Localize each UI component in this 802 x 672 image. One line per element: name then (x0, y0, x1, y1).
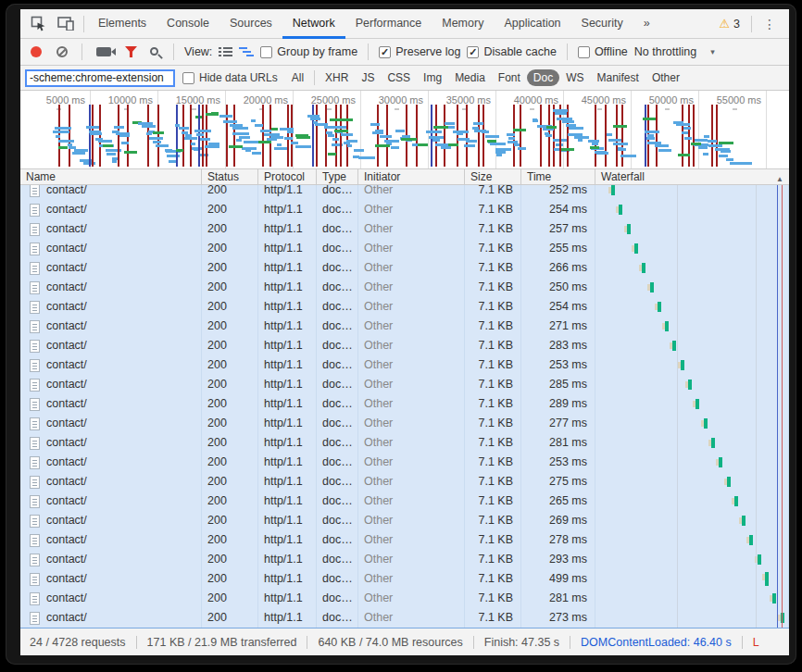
overview-request-bar (196, 133, 204, 136)
table-row[interactable]: contact/200http/1.1doc…Other7.1 KB271 ms (20, 317, 789, 336)
warning-icon[interactable]: ⚠ (719, 17, 730, 31)
table-row[interactable]: contact/200http/1.1doc…Other7.1 KB283 ms (20, 336, 789, 355)
preserve-log-box[interactable]: ✓ (379, 46, 391, 58)
clear-icon[interactable] (56, 46, 68, 57)
table-row[interactable]: contact/200http/1.1doc…Other7.1 KB281 ms (20, 433, 789, 453)
column-header-name[interactable]: Name (20, 169, 202, 184)
document-icon (30, 417, 40, 430)
column-header-status[interactable]: Status (202, 169, 258, 184)
preserve-log-checkbox[interactable]: ✓ Preserve log (379, 45, 460, 58)
column-header-protocol[interactable]: Protocol (258, 169, 317, 184)
table-row[interactable]: contact/200http/1.1doc…Other7.1 KB255 ms (20, 239, 789, 258)
table-row[interactable]: contact/200http/1.1doc…Other7.1 KB293 ms (20, 550, 789, 569)
tab-application[interactable]: Application (494, 9, 570, 39)
document-icon (30, 456, 40, 469)
tab-console[interactable]: Console (157, 9, 219, 39)
filter-input[interactable] (25, 69, 175, 87)
tab-memory[interactable]: Memory (432, 9, 494, 39)
table-row[interactable]: contact/200http/1.1doc…Other7.1 KB254 ms (20, 297, 789, 317)
type-cell: doc… (317, 453, 358, 472)
table-row[interactable]: contact/200http/1.1doc…Other7.1 KB250 ms (20, 278, 789, 297)
table-row[interactable]: contact/200http/1.1doc…Other7.1 KB257 ms (20, 219, 789, 239)
overview-event-line (520, 105, 521, 167)
tab-performance[interactable]: Performance (345, 9, 432, 39)
filter-ws[interactable]: WS (559, 69, 590, 86)
protocol-cell: http/1.1 (258, 278, 317, 297)
waterfall-bar (611, 185, 615, 195)
table-row[interactable]: contact/200http/1.1doc…Other7.1 KB265 ms (20, 492, 789, 511)
device-toolbar-icon[interactable] (56, 14, 76, 34)
table-row[interactable]: contact/200http/1.1doc…Other7.1 KB253 ms (20, 453, 789, 472)
initiator-cell: Other (358, 550, 465, 569)
table-row[interactable]: contact/200http/1.1doc…Other7.1 KB278 ms (20, 530, 789, 550)
table-row[interactable]: contact/200http/1.1doc…Other7.1 KB499 ms (20, 569, 789, 589)
filter-img[interactable]: Img (417, 69, 448, 86)
show-overview-icon[interactable] (239, 46, 254, 57)
table-row[interactable]: contact/200http/1.1doc…Other7.1 KB254 ms (20, 200, 789, 219)
time-cell: 277 ms (521, 414, 595, 433)
tab-network[interactable]: Network (282, 9, 345, 39)
overview-request-bar (236, 139, 242, 142)
initiator-cell: Other (358, 472, 465, 492)
overview-tick-label: 55000 ms (692, 94, 761, 106)
disable-cache-checkbox[interactable]: ✓ Disable cache (467, 45, 557, 58)
table-row[interactable]: contact/200http/1.1doc…Other7.1 KB277 ms (20, 414, 789, 433)
column-header-size[interactable]: Size (465, 169, 521, 184)
search-icon[interactable] (150, 47, 158, 56)
table-row[interactable]: contact/200http/1.1doc…Other7.1 KB281 ms (20, 589, 789, 608)
hide-data-urls-box[interactable] (182, 72, 194, 84)
time-cell: 499 ms (521, 569, 595, 589)
screenshot-camera-icon[interactable] (96, 47, 111, 56)
overview-request-bar (211, 112, 219, 115)
type-cell: doc… (317, 297, 358, 317)
table-row[interactable]: contact/200http/1.1doc…Other7.1 KB269 ms (20, 511, 789, 530)
large-rows-icon[interactable] (219, 46, 232, 57)
kebab-menu-icon[interactable]: ⋮ (756, 17, 783, 31)
table-row[interactable]: contact/200http/1.1doc…Other7.1 KB275 ms (20, 472, 789, 492)
filter-all[interactable]: All (285, 69, 310, 86)
size-cell: 7.1 KB (465, 472, 521, 492)
filter-manifest[interactable]: Manifest (591, 69, 645, 86)
filter-media[interactable]: Media (448, 69, 492, 86)
tab-sources[interactable]: Sources (219, 9, 282, 39)
table-row[interactable]: contact/200http/1.1doc…Other7.1 KB273 ms (20, 608, 789, 628)
offline-box[interactable] (578, 46, 590, 58)
column-header-waterfall[interactable]: Waterfall▲ (595, 169, 789, 184)
group-by-frame-box[interactable] (260, 46, 272, 58)
waterfall-cell (595, 492, 789, 511)
column-header-initiator[interactable]: Initiator (358, 169, 465, 184)
tab-elements[interactable]: Elements (88, 9, 157, 39)
table-row[interactable]: contact/200http/1.1doc…Other7.1 KB285 ms (20, 375, 789, 394)
filter-js[interactable]: JS (355, 69, 381, 86)
table-row[interactable]: contact/200http/1.1doc…Other7.1 KB289 ms (20, 394, 789, 414)
protocol-cell: http/1.1 (258, 453, 317, 472)
timeline-overview[interactable]: 5000 ms10000 ms15000 ms20000 ms25000 ms3… (20, 91, 789, 169)
warning-count[interactable]: 3 (733, 18, 740, 31)
inspect-element-icon[interactable] (28, 14, 48, 34)
hide-data-urls-checkbox[interactable]: Hide data URLs (182, 71, 278, 84)
group-by-frame-checkbox[interactable]: Group by frame (260, 45, 357, 58)
tab-security[interactable]: Security (571, 9, 633, 39)
record-button[interactable] (31, 46, 42, 57)
time-cell: 293 ms (521, 550, 595, 569)
document-icon (30, 359, 40, 372)
status-cell: 200 (202, 355, 258, 375)
offline-checkbox[interactable]: Offline (578, 45, 628, 58)
disable-cache-box[interactable]: ✓ (467, 46, 479, 58)
table-row[interactable]: contact/200http/1.1doc…Other7.1 KB253 ms (20, 355, 789, 375)
column-header-time[interactable]: Time (521, 169, 595, 184)
filter-other[interactable]: Other (645, 69, 686, 86)
throttling-dropdown[interactable]: No throttling ▾ (634, 45, 715, 58)
overview-request-bar (562, 120, 574, 123)
filter-css[interactable]: CSS (381, 69, 417, 86)
overview-event-line (416, 105, 418, 167)
column-header-type[interactable]: Type (317, 169, 358, 184)
filter-xhr[interactable]: XHR (319, 69, 355, 86)
filter-doc[interactable]: Doc (527, 69, 559, 86)
more-tabs-button[interactable]: » (633, 9, 660, 39)
table-row[interactable]: contact/200http/1.1doc…Other7.1 KB266 ms (20, 258, 789, 278)
table-row[interactable]: contact/200http/1.1doc…Other7.1 KB252 ms (20, 185, 789, 200)
overview-request-bar (328, 134, 334, 137)
filter-font[interactable]: Font (492, 69, 527, 86)
filter-funnel-icon[interactable] (125, 46, 137, 57)
